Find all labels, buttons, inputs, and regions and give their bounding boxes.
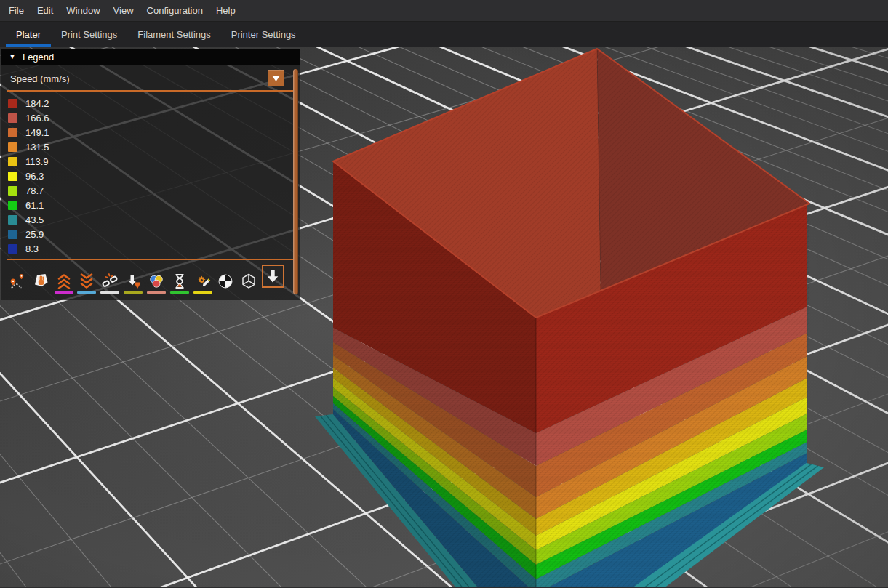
tab-printer-settings[interactable]: Printer Settings (221, 22, 306, 47)
preview-option-shells[interactable] (239, 273, 259, 294)
legend-scale-row: 78.7 (1, 183, 300, 198)
preview-option-seams[interactable] (100, 273, 120, 294)
tab-bar: PlaterPrint SettingsFilament SettingsPri… (0, 22, 888, 47)
legend-header[interactable]: ▼ Legend (1, 49, 300, 65)
speed-value: 8.3 (25, 243, 39, 254)
menu-item-view[interactable]: View (107, 0, 140, 21)
tab-plater[interactable]: Plater (6, 22, 51, 47)
preview-option-toggle-legend[interactable] (262, 265, 284, 288)
center-of-gravity-icon (217, 273, 234, 290)
legend-scale-row: 43.5 (1, 212, 300, 227)
shells-feature-underline (239, 291, 258, 294)
preview-option-center-of-gravity[interactable] (215, 273, 236, 294)
center-of-gravity-feature-underline (216, 291, 235, 294)
dropdown-button[interactable] (268, 70, 284, 86)
speed-value: 25.9 (25, 229, 44, 240)
legend-scale-row: 166.6 (1, 110, 300, 125)
preview-option-retractions[interactable] (54, 273, 74, 294)
retractions-icon (55, 273, 73, 290)
preview-option-custom-gcodes[interactable] (193, 273, 213, 294)
speed-color-swatch (8, 230, 17, 239)
collapse-triangle-icon[interactable]: ▼ (9, 53, 16, 60)
preview-option-color-changes[interactable] (146, 273, 167, 294)
view-type-dropdown[interactable]: Speed (mm/s) (7, 69, 295, 89)
speed-color-swatch (8, 215, 17, 225)
legend-scale-row: 149.1 (1, 125, 300, 140)
speed-value: 96.3 (25, 171, 44, 182)
tab-filament-settings[interactable]: Filament Settings (127, 22, 220, 47)
preview-option-tool-changes[interactable] (123, 273, 143, 294)
speed-value: 149.1 (25, 127, 49, 138)
pause-prints-icon (171, 273, 188, 290)
speed-value: 166.6 (25, 113, 49, 124)
dropdown-arrow-icon (271, 75, 281, 82)
preview-option-wipe[interactable] (31, 273, 51, 294)
tool-changes-icon (124, 273, 142, 290)
custom-gcodes-feature-underline (193, 291, 212, 294)
legend-title: Legend (23, 52, 54, 63)
speed-value: 61.1 (25, 200, 44, 211)
legend-scale-row: 184.2 (1, 96, 300, 110)
menu-item-help[interactable]: Help (209, 0, 242, 21)
custom-gcodes-icon (194, 273, 212, 290)
speed-color-scale: 184.2166.6149.1131.5113.996.378.761.143.… (1, 92, 300, 257)
wipe-icon (32, 273, 49, 290)
preview-option-deretractions[interactable] (76, 273, 97, 294)
speed-color-swatch (8, 157, 17, 166)
menu-item-edit[interactable]: Edit (31, 0, 60, 21)
speed-color-swatch (8, 186, 17, 196)
speed-color-swatch (8, 201, 17, 210)
color-changes-icon (148, 273, 165, 290)
preview-options-toolbar (7, 265, 284, 294)
legend-scale-row: 113.9 (1, 154, 300, 169)
preview-option-pause-prints[interactable] (169, 273, 190, 294)
legend-scale-row: 96.3 (1, 169, 300, 183)
preview-option-travels[interactable] (7, 273, 28, 294)
deretractions-icon (78, 273, 95, 290)
panel-scrollbar[interactable] (293, 69, 298, 294)
speed-value: 43.5 (25, 214, 44, 225)
color-changes-feature-underline (147, 291, 166, 294)
speed-value: 184.2 (25, 98, 49, 109)
toggle-legend-icon (264, 268, 281, 286)
deretractions-feature-underline (77, 291, 96, 294)
view-type-value: Speed (mm/s) (7, 73, 70, 84)
shells-icon (240, 273, 257, 290)
speed-value: 113.9 (25, 156, 49, 167)
menu-item-file[interactable]: File (2, 0, 31, 21)
menubar: FileEditWindowViewConfigurationHelp (0, 0, 888, 22)
legend-scale-row: 8.3 (1, 241, 300, 256)
travels-icon (9, 273, 26, 290)
tool-changes-feature-underline (124, 291, 143, 294)
wipe-feature-underline (31, 291, 50, 294)
speed-color-swatch (8, 244, 17, 254)
speed-value: 78.7 (25, 185, 44, 196)
legend-scale-row: 61.1 (1, 198, 300, 212)
retractions-feature-underline (55, 291, 73, 294)
menu-item-configuration[interactable]: Configuration (140, 0, 209, 21)
legend-scale-row: 131.5 (1, 140, 300, 154)
seams-feature-underline (100, 291, 119, 294)
speed-color-swatch (8, 142, 17, 152)
tab-print-settings[interactable]: Print Settings (51, 22, 127, 47)
speed-value: 131.5 (25, 142, 49, 153)
3d-preview-viewport[interactable]: ▼ Legend Speed (mm/s) 184.2166.6149.1131… (0, 47, 888, 587)
speed-color-swatch (8, 172, 17, 181)
legend-body: Speed (mm/s) 184.2166.6149.1131.5113.996… (1, 65, 300, 300)
seams-icon (101, 273, 119, 290)
legend-panel: ▼ Legend Speed (mm/s) 184.2166.6149.1131… (1, 49, 300, 300)
speed-color-swatch (8, 128, 17, 137)
speed-color-swatch (8, 99, 17, 108)
separator-line (7, 259, 295, 260)
legend-scale-row: 25.9 (1, 227, 300, 241)
menu-item-window[interactable]: Window (60, 0, 106, 21)
pause-prints-feature-underline (170, 291, 189, 294)
travels-feature-underline (8, 291, 27, 294)
speed-color-swatch (8, 113, 17, 123)
